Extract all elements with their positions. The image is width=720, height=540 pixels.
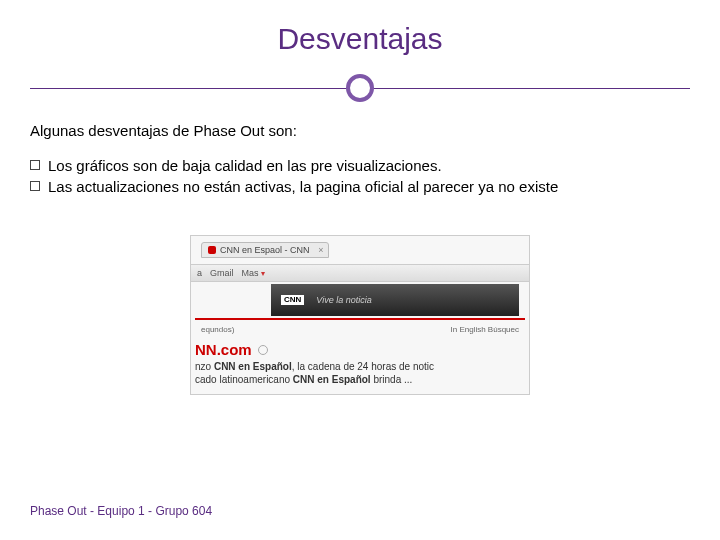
slide-footer: Phase Out - Equipo 1 - Grupo 604 bbox=[30, 504, 212, 518]
site-banner: CNN Vive la noticia bbox=[271, 284, 519, 316]
magnifier-icon bbox=[258, 345, 268, 355]
checkbox-icon bbox=[30, 181, 40, 191]
browser-tab: CNN en Espaol - CNN × bbox=[201, 242, 329, 258]
title-divider bbox=[0, 74, 720, 104]
divider-circle-icon bbox=[346, 74, 374, 102]
bullet-item: Los gráficos son de baja calidad en las … bbox=[30, 157, 690, 174]
intro-text: Algunas desventajas de Phase Out son: bbox=[30, 122, 690, 139]
snippet-text: brinda ... bbox=[371, 374, 413, 385]
mid-left-text: equndos) bbox=[201, 325, 234, 334]
banner-slogan: Vive la noticia bbox=[316, 295, 371, 305]
toolbar-item: a bbox=[197, 268, 202, 278]
cnn-logo-icon: CNN bbox=[281, 295, 304, 305]
snippet-highlight: CNN en Español bbox=[293, 374, 371, 385]
slide-title: Desventajas bbox=[0, 0, 720, 56]
embedded-screenshot: CNN en Espaol - CNN × a Gmail Mas CNN Vi… bbox=[190, 235, 530, 395]
toolbar-item: Mas bbox=[242, 268, 265, 278]
mid-right-text: In English Búsquec bbox=[451, 325, 520, 334]
bullet-text: Las actualizaciones no están activas, la… bbox=[48, 178, 558, 195]
browser-toolbar: a Gmail Mas bbox=[191, 264, 529, 282]
bullet-item: Las actualizaciones no están activas, la… bbox=[30, 178, 690, 195]
snippet-text: nzo bbox=[195, 361, 214, 372]
toolbar-item: Gmail bbox=[210, 268, 234, 278]
bullet-text: Los gráficos son de baja calidad en las … bbox=[48, 157, 442, 174]
close-icon: × bbox=[318, 245, 323, 255]
snippet-text: cado latinoamericano bbox=[195, 374, 293, 385]
tab-title: CNN en Espaol - CNN bbox=[220, 245, 310, 255]
search-result-snippet: NN.com nzo CNN en Español, la cadena de … bbox=[195, 340, 525, 386]
snippet-text: , la cadena de 24 horas de notic bbox=[292, 361, 434, 372]
checkbox-icon bbox=[30, 160, 40, 170]
favicon-icon bbox=[208, 246, 216, 254]
domain-text: NN.com bbox=[195, 341, 252, 358]
mid-bar: equndos) In English Búsquec bbox=[195, 318, 525, 336]
snippet-highlight: CNN en Español bbox=[214, 361, 292, 372]
